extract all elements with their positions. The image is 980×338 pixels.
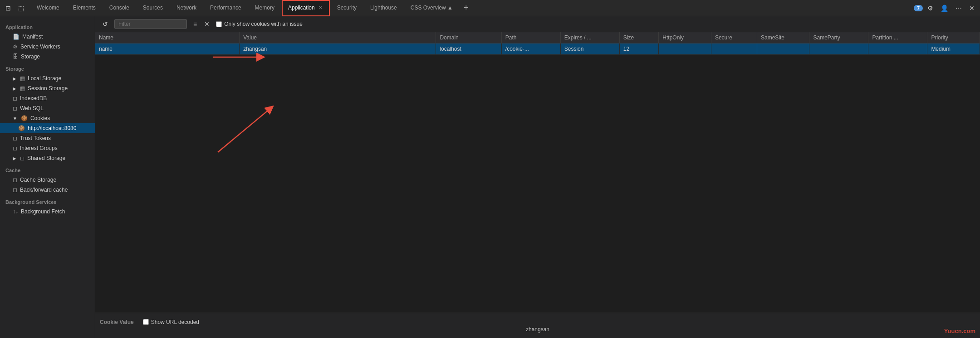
- shared-storage-chevron: ▶: [13, 156, 16, 161]
- tab-performance[interactable]: Performance: [204, 0, 248, 16]
- tab-css-overview[interactable]: CSS Overview ▲: [404, 0, 459, 16]
- sidebar-item-cookies[interactable]: ▼ 🍪 Cookies: [0, 113, 95, 123]
- tab-welcome[interactable]: Welcome: [30, 0, 66, 16]
- session-storage-chevron: ▶: [13, 86, 16, 91]
- sidebar: Application 📄 Manifest ⚙ Service Workers…: [0, 16, 95, 338]
- bottom-panel-top: Cookie Value Show URL decoded: [100, 319, 975, 325]
- cell-samesite: [757, 43, 809, 55]
- tab-bar: ⊡ ⬚ WelcomeElementsConsoleSourcesNetwork…: [0, 0, 980, 16]
- table-body: namezhangsanlocalhost/cookie-...Session1…: [95, 43, 980, 55]
- col-header-name[interactable]: Name: [95, 32, 240, 43]
- devtools-icon[interactable]: ⊡: [3, 3, 14, 14]
- filter-input[interactable]: [114, 19, 187, 29]
- tabs-container: WelcomeElementsConsoleSourcesNetworkPerf…: [30, 0, 914, 16]
- url-decoded-checkbox-label[interactable]: Show URL decoded: [143, 319, 199, 325]
- tab-application[interactable]: Application✕: [282, 0, 330, 16]
- tab-label-css-overview: CSS Overview ▲: [411, 5, 453, 11]
- cell-partition: [868, 43, 927, 55]
- more-icon[interactable]: ⋯: [953, 3, 965, 14]
- tab-memory[interactable]: Memory: [249, 0, 281, 16]
- col-header-expires[interactable]: Expires / ...: [560, 32, 619, 43]
- col-header-httponly[interactable]: HttpOnly: [659, 32, 711, 43]
- sidebar-item-shared-storage[interactable]: ▶ ◻ Shared Storage: [0, 153, 95, 163]
- cell-secure: [711, 43, 757, 55]
- sidebar-item-indexeddb[interactable]: ◻ IndexedDB: [0, 93, 95, 103]
- dock-icon[interactable]: ⬚: [15, 3, 27, 14]
- col-header-domain[interactable]: Domain: [436, 32, 501, 43]
- sidebar-label-cookies-localhost: http://localhost:8080: [28, 125, 76, 131]
- settings-icon[interactable]: ⚙: [925, 3, 936, 14]
- back-forward-cache-icon: ◻: [13, 187, 17, 193]
- tab-label-welcome: Welcome: [37, 5, 59, 11]
- cookies-chevron: ▼: [13, 116, 17, 121]
- sidebar-item-web-sql[interactable]: ◻ Web SQL: [0, 103, 95, 113]
- issue-filter-checkbox-label[interactable]: Only show cookies with an issue: [216, 21, 303, 27]
- table-row[interactable]: namezhangsanlocalhost/cookie-...Session1…: [95, 43, 980, 55]
- sidebar-item-session-storage[interactable]: ▶ ▦ Session Storage: [0, 83, 95, 93]
- sidebar-label-manifest: Manifest: [22, 34, 43, 40]
- close-devtools-icon[interactable]: ✕: [966, 3, 977, 14]
- sidebar-label-service-workers: Service Workers: [20, 43, 60, 50]
- issue-filter-checkbox[interactable]: [216, 21, 222, 27]
- bottom-panel: Cookie Value Show URL decoded zhangsan: [95, 313, 980, 338]
- clear-filter-button[interactable]: ✕: [201, 19, 212, 29]
- cell-size: 12: [619, 43, 659, 55]
- tab-lighthouse[interactable]: Lighthouse: [364, 0, 403, 16]
- sidebar-item-manifest[interactable]: 📄 Manifest: [0, 32, 95, 42]
- col-header-sameparty[interactable]: SameParty: [809, 32, 868, 43]
- tab-label-sources: Sources: [143, 5, 163, 11]
- sidebar-item-background-fetch[interactable]: ↑↓ Background Fetch: [0, 207, 95, 217]
- sidebar-item-interest-groups[interactable]: ◻ Interest Groups: [0, 143, 95, 153]
- tab-sources[interactable]: Sources: [137, 0, 169, 16]
- filter-icons: ≡ ✕: [191, 19, 212, 29]
- cell-domain: localhost: [436, 43, 501, 55]
- cell-name: name: [95, 43, 240, 55]
- tab-label-console: Console: [109, 5, 129, 11]
- refresh-button[interactable]: ↺: [100, 19, 111, 29]
- sidebar-item-cookies-localhost[interactable]: 🍪 http://localhost:8080: [0, 123, 95, 133]
- tab-security[interactable]: Security: [331, 0, 363, 16]
- tab-network[interactable]: Network: [170, 0, 203, 16]
- sidebar-label-interest-groups: Interest Groups: [20, 145, 58, 151]
- col-header-samesite[interactable]: SameSite: [757, 32, 809, 43]
- sidebar-item-trust-tokens[interactable]: ◻ Trust Tokens: [0, 133, 95, 143]
- col-header-value[interactable]: Value: [240, 32, 436, 43]
- col-header-secure[interactable]: Secure: [711, 32, 757, 43]
- col-header-priority[interactable]: Priority: [927, 32, 980, 43]
- sidebar-section-cache: Cache: [0, 163, 95, 175]
- sidebar-item-cache-storage[interactable]: ◻ Cache Storage: [0, 175, 95, 185]
- sidebar-label-back-forward-cache: Back/forward cache: [20, 187, 68, 193]
- issues-badge[interactable]: 7: [914, 5, 923, 11]
- col-header-size[interactable]: Size: [619, 32, 659, 43]
- sidebar-label-trust-tokens: Trust Tokens: [20, 135, 51, 141]
- table-header-row: NameValueDomainPathExpires / ...SizeHttp…: [95, 32, 980, 43]
- customize-icon[interactable]: 👤: [938, 3, 951, 14]
- sidebar-item-back-forward-cache[interactable]: ◻ Back/forward cache: [0, 185, 95, 195]
- url-decoded-checkbox[interactable]: [143, 319, 149, 325]
- cell-sameparty: [809, 43, 868, 55]
- sidebar-section-bg-services: Background Services: [0, 195, 95, 207]
- tab-bar-right: 7 ⚙ 👤 ⋯ ✕: [914, 3, 977, 14]
- tab-elements[interactable]: Elements: [67, 0, 102, 16]
- sidebar-label-shared-storage: Shared Storage: [27, 155, 65, 161]
- url-decoded-label: Show URL decoded: [151, 319, 199, 325]
- col-header-partition[interactable]: Partition ...: [868, 32, 927, 43]
- content-toolbar: ↺ ≡ ✕ Only show cookies with an issue: [95, 16, 980, 32]
- filter-options-button[interactable]: ≡: [191, 19, 200, 29]
- manifest-icon: 📄: [13, 34, 20, 40]
- service-workers-icon: ⚙: [13, 43, 18, 50]
- sidebar-item-storage[interactable]: 🗄 Storage: [0, 52, 95, 62]
- sidebar-item-service-workers[interactable]: ⚙ Service Workers: [0, 42, 95, 52]
- sidebar-item-local-storage[interactable]: ▶ ▦ Local Storage: [0, 73, 95, 83]
- tab-bar-left-buttons: ⊡ ⬚: [3, 3, 27, 14]
- table-container: NameValueDomainPathExpires / ...SizeHttp…: [95, 32, 980, 313]
- web-sql-icon: ◻: [13, 105, 17, 111]
- tab-console[interactable]: Console: [103, 0, 136, 16]
- cookies-icon: 🍪: [21, 115, 28, 121]
- add-tab-button[interactable]: +: [460, 0, 472, 16]
- sidebar-section-application: Application: [0, 20, 95, 32]
- sidebar-label-storage: Storage: [21, 53, 40, 60]
- indexeddb-icon: ◻: [13, 95, 17, 101]
- tab-close-application[interactable]: ✕: [317, 5, 323, 10]
- col-header-path[interactable]: Path: [501, 32, 560, 43]
